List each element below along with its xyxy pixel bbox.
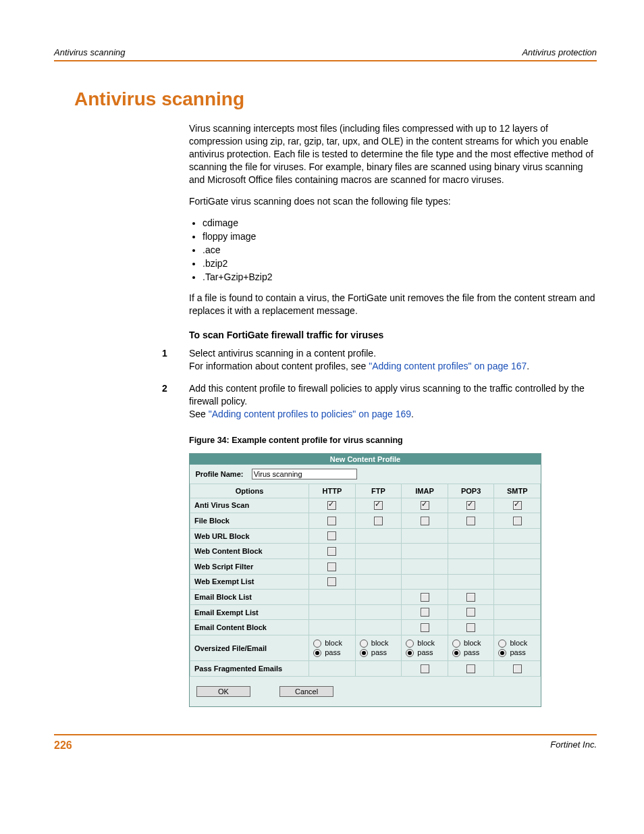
figure-caption: Figure 34: Example content profile for v… bbox=[189, 436, 597, 445]
checkbox[interactable] bbox=[421, 593, 429, 602]
step-text: Add this content profile to firewall pol… bbox=[189, 383, 585, 407]
header-left: Antivirus scanning bbox=[54, 47, 126, 57]
checkbox[interactable] bbox=[513, 517, 522, 525]
content-profile-panel: New Content Profile Profile Name: Option… bbox=[189, 453, 541, 707]
checkbox[interactable] bbox=[421, 664, 429, 673]
option-label: Web URL Block bbox=[190, 528, 309, 544]
step-text: Select antivirus scanning in a content p… bbox=[189, 348, 376, 359]
checkbox[interactable] bbox=[513, 501, 522, 510]
step-2: 2 Add this content profile to firewall p… bbox=[189, 382, 597, 421]
col-ftp: FTP bbox=[355, 484, 402, 498]
company-name: Fortinet Inc. bbox=[550, 739, 597, 752]
checkbox[interactable] bbox=[327, 563, 336, 571]
checkbox[interactable] bbox=[327, 517, 336, 525]
option-label: Anti Virus Scan bbox=[190, 498, 309, 513]
radio-pass[interactable] bbox=[498, 649, 506, 657]
list-item: .bzip2 bbox=[203, 258, 597, 269]
checkbox[interactable] bbox=[421, 517, 429, 525]
option-label: Email Block List bbox=[190, 590, 309, 605]
step-text: . bbox=[411, 409, 414, 419]
link-adding-content-profiles-policies[interactable]: "Adding content profiles to policies" on… bbox=[209, 409, 411, 419]
radio-pass[interactable] bbox=[406, 649, 414, 657]
radio-pass[interactable] bbox=[313, 649, 321, 657]
subheading: To scan FortiGate firewall traffic for v… bbox=[189, 330, 597, 340]
option-label: Web Content Block bbox=[190, 544, 309, 559]
checkbox[interactable] bbox=[466, 608, 475, 617]
ok-button[interactable]: OK bbox=[196, 686, 250, 697]
step-number: 2 bbox=[162, 382, 167, 395]
list-item: floppy image bbox=[203, 231, 597, 242]
checkbox[interactable] bbox=[327, 501, 336, 510]
checkbox[interactable] bbox=[327, 531, 336, 540]
list-item: cdimage bbox=[203, 217, 597, 228]
option-label: Email Exempt List bbox=[190, 604, 309, 620]
step-text: See bbox=[189, 409, 209, 419]
step-text: . bbox=[527, 361, 529, 371]
panel-title: New Content Profile bbox=[190, 454, 541, 465]
footer: 226 Fortinet Inc. bbox=[54, 734, 597, 752]
checkbox[interactable] bbox=[466, 517, 475, 525]
checkbox[interactable] bbox=[327, 547, 336, 556]
col-smtp: SMTP bbox=[494, 484, 541, 498]
radio-block[interactable] bbox=[313, 640, 321, 648]
radio-block[interactable] bbox=[498, 640, 506, 648]
radio-block[interactable] bbox=[406, 640, 414, 648]
checkbox[interactable] bbox=[466, 623, 475, 632]
checkbox[interactable] bbox=[421, 608, 429, 617]
page-title: Antivirus scanning bbox=[74, 88, 597, 110]
paragraph-3: If a file is found to contain a virus, t… bbox=[189, 292, 597, 317]
header-right: Antivirus protection bbox=[522, 47, 597, 57]
cancel-button[interactable]: Cancel bbox=[279, 686, 333, 697]
step-text: For information about content profiles, … bbox=[189, 361, 369, 371]
option-label: Pass Fragmented Emails bbox=[190, 661, 309, 677]
checkbox[interactable] bbox=[374, 501, 383, 510]
col-options: Options bbox=[190, 484, 309, 498]
paragraph-2: FortiGate virus scanning does not scan t… bbox=[189, 195, 597, 208]
profile-name-input[interactable] bbox=[252, 469, 357, 479]
step-1: 1 Select antivirus scanning in a content… bbox=[189, 347, 597, 373]
checkbox[interactable] bbox=[466, 664, 475, 673]
radio-pass[interactable] bbox=[452, 649, 460, 657]
page-number: 226 bbox=[54, 739, 72, 752]
option-label: Oversized File/Email bbox=[190, 635, 309, 660]
radio-pass[interactable] bbox=[360, 649, 368, 657]
unscanned-types-list: cdimage floppy image .ace .bzip2 .Tar+Gz… bbox=[189, 217, 597, 282]
checkbox[interactable] bbox=[466, 501, 475, 510]
col-pop3: POP3 bbox=[448, 484, 494, 498]
link-adding-content-profiles[interactable]: "Adding content profiles" on page 167 bbox=[369, 361, 527, 371]
col-imap: IMAP bbox=[402, 484, 448, 498]
checkbox[interactable] bbox=[513, 664, 522, 673]
paragraph-1: Virus scanning intercepts most files (in… bbox=[189, 122, 597, 186]
checkbox[interactable] bbox=[421, 623, 429, 632]
option-label: Email Content Block bbox=[190, 620, 309, 635]
checkbox[interactable] bbox=[466, 593, 475, 602]
list-item: .Tar+Gzip+Bzip2 bbox=[203, 271, 597, 282]
checkbox[interactable] bbox=[327, 577, 336, 586]
checkbox[interactable] bbox=[374, 517, 383, 525]
radio-block[interactable] bbox=[452, 640, 460, 648]
checkbox[interactable] bbox=[421, 501, 429, 510]
list-item: .ace bbox=[203, 244, 597, 255]
col-http: HTTP bbox=[309, 484, 356, 498]
option-label: File Block bbox=[190, 513, 309, 529]
option-label: Web Exempt List bbox=[190, 574, 309, 590]
radio-block[interactable] bbox=[360, 640, 368, 648]
option-label: Web Script Filter bbox=[190, 558, 309, 574]
header: Antivirus scanning Antivirus protection bbox=[54, 47, 597, 61]
step-number: 1 bbox=[162, 347, 167, 360]
profile-name-label: Profile Name: bbox=[196, 470, 244, 478]
